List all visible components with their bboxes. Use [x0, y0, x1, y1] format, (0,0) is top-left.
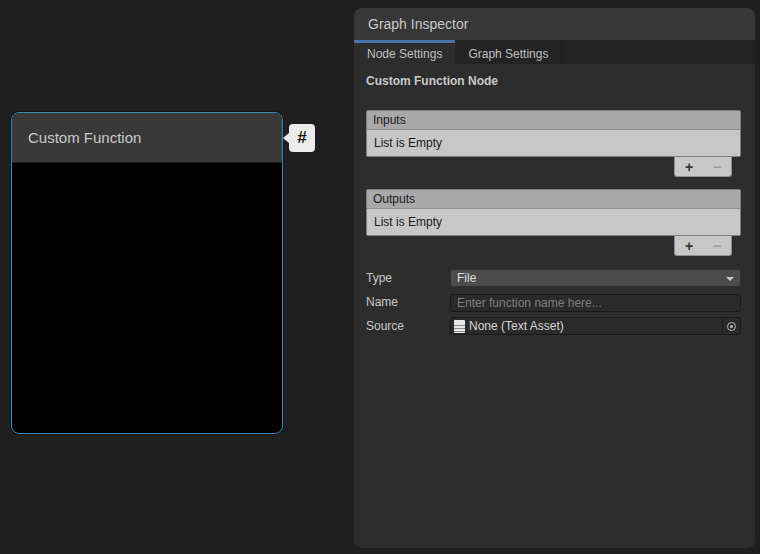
remove-output-button[interactable]: −: [703, 236, 731, 255]
type-label: Type: [366, 271, 450, 285]
node-properties: Type File Name Source: [366, 269, 741, 335]
type-dropdown[interactable]: File: [450, 269, 741, 287]
node-hash-badge[interactable]: #: [289, 124, 315, 152]
object-picker-button[interactable]: [722, 318, 740, 334]
panel-header[interactable]: Graph Inspector: [354, 8, 755, 40]
chevron-down-icon: [726, 277, 734, 281]
tab-bar: Node Settings Graph Settings: [354, 40, 755, 64]
outputs-list-toolbar: + −: [674, 236, 732, 256]
inputs-box: Inputs List is Empty: [366, 110, 741, 157]
add-input-button[interactable]: +: [675, 157, 703, 176]
inspector-content: Custom Function Node Inputs List is Empt…: [354, 64, 755, 548]
text-asset-icon: [454, 320, 465, 333]
section-title: Custom Function Node: [366, 74, 741, 88]
type-dropdown-value: File: [457, 271, 476, 285]
type-row: Type File: [366, 269, 741, 287]
tab-node-settings[interactable]: Node Settings: [354, 40, 455, 64]
outputs-empty-row: List is Empty: [367, 209, 740, 235]
outputs-list: Outputs List is Empty + −: [366, 189, 741, 256]
object-picker-icon: [727, 322, 736, 331]
source-object-value: None (Text Asset): [465, 318, 722, 334]
name-row: Name: [366, 293, 741, 311]
inputs-header: Inputs: [367, 111, 740, 130]
custom-function-node[interactable]: Custom Function: [11, 112, 283, 434]
outputs-box: Outputs List is Empty: [366, 189, 741, 236]
tab-graph-settings[interactable]: Graph Settings: [455, 40, 562, 64]
panel-title: Graph Inspector: [368, 16, 468, 32]
inputs-list-toolbar: + −: [674, 157, 732, 177]
function-name-input[interactable]: [450, 294, 741, 312]
node-title: Custom Function: [12, 113, 282, 163]
badge-tail-icon: [283, 133, 289, 143]
graph-inspector-panel: Graph Inspector Node Settings Graph Sett…: [354, 8, 755, 548]
source-object-field[interactable]: None (Text Asset): [450, 317, 741, 335]
inputs-list: Inputs List is Empty + −: [366, 110, 741, 177]
name-label: Name: [366, 295, 450, 309]
remove-input-button[interactable]: −: [703, 157, 731, 176]
hash-icon: #: [297, 128, 306, 148]
add-output-button[interactable]: +: [675, 236, 703, 255]
source-row: Source None (Text Asset): [366, 317, 741, 335]
outputs-header: Outputs: [367, 190, 740, 209]
source-label: Source: [366, 319, 450, 333]
inputs-empty-row: List is Empty: [367, 130, 740, 156]
